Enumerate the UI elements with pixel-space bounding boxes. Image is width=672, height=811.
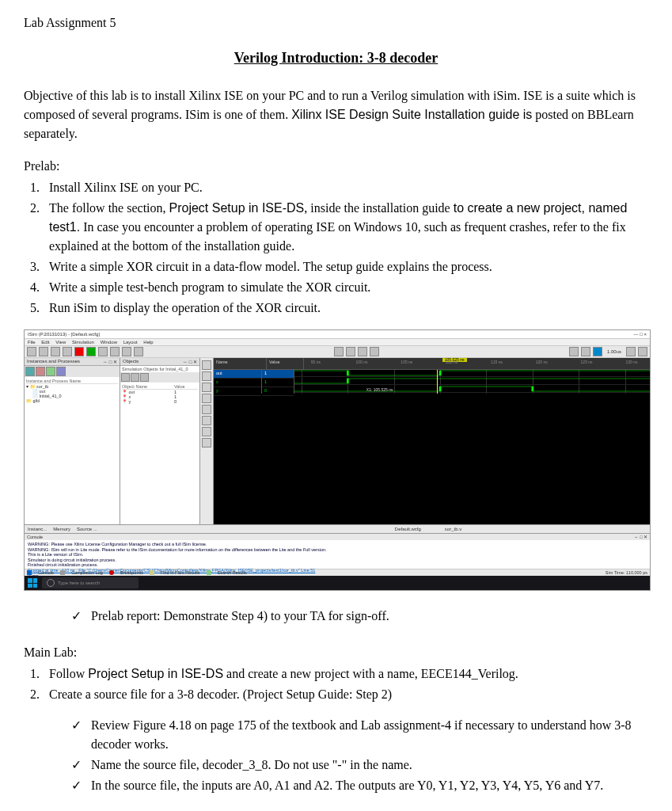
objects-title: Objects ↔ □ ✕ bbox=[120, 358, 199, 366]
toolbar-icon[interactable] bbox=[63, 347, 72, 356]
menu-file[interactable]: File bbox=[28, 340, 36, 345]
tab-source[interactable]: Source ... bbox=[77, 527, 97, 531]
breakpoints-tab-icon bbox=[109, 570, 114, 575]
console-line: WARNING: ISim will run in Lite mode. Ple… bbox=[28, 547, 647, 553]
signal-value: 0 bbox=[262, 387, 294, 396]
tab-console[interactable]: Console bbox=[38, 570, 54, 575]
signal-name[interactable]: out bbox=[214, 370, 261, 379]
tab-breakpoints[interactable]: Breakpoints bbox=[120, 570, 143, 575]
toolbar-icon[interactable] bbox=[86, 347, 96, 356]
signal-name[interactable]: y bbox=[214, 387, 261, 396]
toolbar-icon[interactable] bbox=[358, 347, 367, 356]
waveform-pane: Name Value 105.525 ns 95 ns 100 ns 105 n… bbox=[214, 358, 650, 524]
toolbar-play-icon[interactable] bbox=[593, 347, 602, 356]
toolbar-icon[interactable] bbox=[569, 347, 579, 356]
toolbar-icon[interactable] bbox=[39, 347, 48, 356]
prelab-label: Prelab: bbox=[24, 159, 648, 173]
tab-instances[interactable]: Instanc... bbox=[28, 527, 47, 531]
tab-wavefile[interactable]: Default.wcfg bbox=[395, 527, 421, 531]
mainlab-item-1: Follow Project Setup in ISE-DS and creat… bbox=[43, 664, 648, 683]
toolbar-icon[interactable] bbox=[134, 347, 143, 356]
menu-view[interactable]: View bbox=[55, 340, 66, 345]
prelab2-t2: Project Setup in ISE-DS bbox=[169, 201, 305, 215]
wave-tool-icon[interactable] bbox=[202, 416, 211, 425]
wave-tool-icon[interactable] bbox=[202, 360, 211, 370]
tab-search[interactable]: Search Results bbox=[218, 570, 247, 575]
mainlab-check-1: Review Figure 4.18 on page 175 of the te… bbox=[91, 716, 648, 754]
obj-toolbar-icon[interactable] bbox=[131, 373, 139, 382]
toolbar-icon[interactable] bbox=[581, 347, 590, 356]
tab-memory[interactable]: Memory bbox=[53, 527, 70, 531]
toolbar-icon[interactable] bbox=[110, 347, 120, 356]
signal-name[interactable]: x bbox=[214, 379, 261, 387]
toolbar-icon[interactable] bbox=[370, 347, 379, 356]
wave-value-header: Value bbox=[267, 358, 304, 369]
window-controls: — □ × bbox=[634, 332, 647, 337]
obj-toolbar-icon[interactable] bbox=[121, 373, 130, 382]
window-titlebar: ISim (P.20131013) - [Default.wcfg] — □ × bbox=[25, 330, 650, 339]
time-tick: 105 ns bbox=[401, 360, 412, 364]
wave-tool-icon[interactable] bbox=[202, 427, 211, 436]
menu-simulation[interactable]: Simulation bbox=[72, 340, 94, 345]
time-tick: 130 ns bbox=[625, 360, 637, 364]
toolbar-icon[interactable] bbox=[346, 347, 355, 356]
toolbar-icon[interactable] bbox=[626, 347, 636, 356]
toolbar-icon[interactable] bbox=[334, 347, 344, 356]
menu-window[interactable]: Window bbox=[101, 340, 117, 345]
isim-screenshot: ISim (P.20131013) - [Default.wcfg] — □ ×… bbox=[24, 329, 651, 591]
wave-tool-icon[interactable] bbox=[202, 394, 211, 403]
menu-layout[interactable]: Layout bbox=[123, 340, 138, 345]
console-line: Simulator is doing circuit initializatio… bbox=[28, 558, 647, 563]
main-toolbar: 1.00us bbox=[25, 346, 650, 358]
wave-time-header: 105.525 ns 95 ns 100 ns 105 ns 110 ns 11… bbox=[304, 358, 650, 369]
tree-item[interactable]: 📁 glbl bbox=[26, 398, 118, 403]
tree-icon[interactable] bbox=[36, 367, 45, 376]
check-icon: ✓ bbox=[71, 776, 82, 795]
toolbar-relaunch-icon[interactable] bbox=[638, 347, 647, 356]
toolbar-icon[interactable] bbox=[51, 347, 60, 356]
wave-tool-icon[interactable] bbox=[202, 405, 211, 414]
mainlab-item-2: Create a source file for a 3-8 decoder. … bbox=[43, 685, 648, 704]
tree-icon[interactable] bbox=[56, 367, 66, 376]
lab-header: Lab Assignment 5 bbox=[24, 16, 648, 30]
toolbar-icon[interactable] bbox=[74, 347, 84, 356]
windows-start-icon[interactable] bbox=[28, 578, 37, 588]
prelab-item-5: Run iSim to display the operation of the… bbox=[43, 299, 648, 318]
prelab-list: Install Xilinx ISE on your PC. The follo… bbox=[24, 178, 648, 318]
wave-tool-icon[interactable] bbox=[202, 371, 211, 381]
tab-compilation[interactable]: Compilation Log bbox=[71, 570, 103, 575]
time-tick: 95 ns bbox=[311, 360, 321, 364]
taskbar-search[interactable]: Type here to search bbox=[42, 577, 139, 588]
cortana-icon bbox=[47, 579, 55, 587]
obj-toolbar-icon[interactable] bbox=[140, 373, 149, 382]
obj-col-value: Value bbox=[174, 384, 198, 389]
doc-title: Verilog Introduction: 3-8 decoder bbox=[24, 50, 648, 67]
tree-icon[interactable] bbox=[46, 367, 55, 376]
mainlab-check-2: Name the source file, decoder_3_8. Do no… bbox=[91, 756, 412, 775]
menubar: File Edit View Simulation Window Layout … bbox=[25, 339, 650, 346]
prelab2-t1: The follow the section, bbox=[49, 201, 169, 215]
toolbar-icon[interactable] bbox=[27, 347, 36, 356]
toolbar-icon[interactable] bbox=[122, 347, 131, 356]
tree-icon[interactable] bbox=[25, 367, 35, 376]
toolbar-icon[interactable] bbox=[98, 347, 108, 356]
obj-row[interactable]: 📍 y0 bbox=[122, 399, 198, 404]
time-tick: 125 ns bbox=[581, 360, 593, 364]
menu-help[interactable]: Help bbox=[143, 340, 153, 345]
ml1-t3: and create a new project with a name, EE… bbox=[223, 667, 518, 680]
prelab-item-3: Write a simple XOR circuit in a data-flo… bbox=[43, 257, 648, 276]
tab-verilog-file[interactable]: xor_tb.v bbox=[445, 527, 461, 531]
sim-time-status: Sim Time: 110,000 ps bbox=[606, 570, 647, 575]
check-icon: ✓ bbox=[71, 756, 82, 775]
wave-tool-icon[interactable] bbox=[202, 438, 211, 447]
objects-pane: Objects ↔ □ ✕ Simulation Objects for Ini… bbox=[120, 358, 200, 524]
menu-edit[interactable]: Edit bbox=[41, 340, 49, 345]
signal-value: 1 bbox=[262, 370, 294, 379]
waveform-traces[interactable] bbox=[294, 370, 650, 394]
check-icon: ✓ bbox=[71, 607, 82, 626]
wave-tool-icon[interactable] bbox=[202, 383, 211, 392]
tab-find[interactable]: Find in Files Results bbox=[161, 570, 200, 575]
window-title: ISim (P.20131013) - [Default.wcfg] bbox=[28, 332, 100, 337]
objective-text-2: Xilinx ISE Design Suite Installation gui… bbox=[291, 108, 532, 121]
windows-taskbar: Type here to search bbox=[25, 576, 650, 590]
